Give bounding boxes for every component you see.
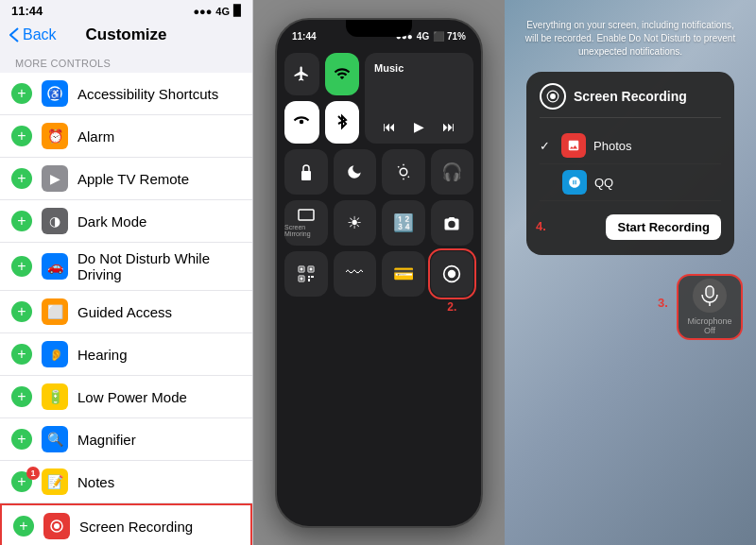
add-icon: + xyxy=(11,429,32,450)
phone-notch xyxy=(346,20,412,37)
list-item[interactable]: + 👂 Hearing xyxy=(0,333,252,376)
network-block xyxy=(284,53,359,144)
moon-tile[interactable] xyxy=(334,149,377,195)
qq-label: QQ xyxy=(594,176,613,190)
list-item[interactable]: + ⬜ Guided Access xyxy=(0,291,252,333)
airplane-tile[interactable] xyxy=(284,53,319,95)
middle-panel: 11:44 ●●● 4G ⬛ 71% xyxy=(253,0,505,545)
item-label: Hearing xyxy=(77,347,128,363)
prev-icon[interactable]: ⏮ xyxy=(383,119,396,134)
calculator-tile[interactable]: 🔢 xyxy=(382,200,425,246)
brightness-tile[interactable] xyxy=(382,149,425,195)
popup-photos-item[interactable]: ✓ Photos xyxy=(540,128,721,164)
wifi-tile[interactable] xyxy=(325,53,360,95)
add-icon: + xyxy=(11,211,32,231)
svg-point-4 xyxy=(54,523,60,529)
start-rec-wrapper: 4. Start Recording xyxy=(540,207,721,244)
next-icon[interactable]: ⏭ xyxy=(442,119,455,134)
voice-tile[interactable]: 〰 xyxy=(334,251,377,297)
svg-text:♿: ♿ xyxy=(49,88,61,100)
microphone-status: Off xyxy=(687,326,731,335)
item-label: Accessibility Shortcuts xyxy=(77,86,218,102)
item-icon: 🔋 xyxy=(42,383,68,410)
list-item[interactable]: 1 + 📝 Notes xyxy=(0,461,252,503)
badge-2: 2. xyxy=(447,300,456,314)
camera-tile[interactable] xyxy=(431,200,474,246)
lock-tile[interactable] xyxy=(284,149,328,195)
back-label: Back xyxy=(23,26,57,43)
status-icons: ●●● 4G ▉ xyxy=(193,5,241,17)
svg-rect-21 xyxy=(308,279,310,281)
page-title: Customize xyxy=(86,26,167,44)
svg-rect-20 xyxy=(311,276,314,278)
grid-row-3: Screen Mirroring ☀ 🔢 xyxy=(284,200,473,246)
list-item[interactable]: + ◑ Dark Mode xyxy=(0,200,252,243)
wallet-tile[interactable]: 💳 xyxy=(382,251,425,297)
bottom-row: 3. Microphone Off xyxy=(505,264,756,340)
screen-mirroring-tile[interactable]: Screen Mirroring xyxy=(284,200,328,246)
list-item[interactable]: + ▶ Apple TV Remote xyxy=(0,158,252,200)
microphone-label: Microphone xyxy=(687,316,731,326)
svg-line-11 xyxy=(408,176,409,177)
item-label: Notes xyxy=(77,474,114,490)
item-icon: ♿ xyxy=(42,80,68,107)
list-item[interactable]: + ♿ Accessibility Shortcuts xyxy=(0,73,252,115)
item-icon: ⬜ xyxy=(42,298,68,325)
list-item[interactable]: + ⏰ Alarm xyxy=(0,115,252,158)
volume-tile[interactable]: ☀ xyxy=(334,200,377,246)
phone-network: 4G xyxy=(417,31,429,42)
list-item[interactable]: + 🔍 Magnifier xyxy=(0,418,252,461)
screen-rec-popup: Screen Recording ✓ Photos QQ 4. Start Re… xyxy=(526,72,734,255)
svg-rect-12 xyxy=(299,210,314,220)
status-bar: 11:44 ●●● 4G ▉ xyxy=(0,0,252,22)
grid-row-4: 〰 💳 2. xyxy=(284,251,473,297)
music-label: Music xyxy=(374,62,464,74)
svg-point-22 xyxy=(444,265,460,281)
item-label: Guided Access xyxy=(77,304,172,320)
start-recording-button[interactable]: Start Recording xyxy=(606,214,721,240)
item-icon: 📝 xyxy=(42,468,68,495)
control-center-grid: Music ⏮ ▶ ⏭ 🎧 xyxy=(277,45,481,304)
list-item[interactable]: + 🚗 Do Not Disturb While Driving xyxy=(0,243,252,291)
popup-qq-item[interactable]: QQ xyxy=(540,164,721,201)
item-label: Do Not Disturb While Driving xyxy=(77,250,241,282)
nav-bar: Back Customize xyxy=(0,22,252,50)
badge-3: 3. xyxy=(658,296,668,310)
cellular-tile[interactable] xyxy=(284,101,319,144)
back-button[interactable]: Back xyxy=(9,26,57,43)
signal-icon: ●●● xyxy=(193,6,212,17)
item-label: Dark Mode xyxy=(77,213,146,230)
mic-icon xyxy=(693,279,727,313)
svg-text:👂: 👂 xyxy=(49,348,62,362)
svg-point-25 xyxy=(550,94,556,99)
item-label: Screen Recording xyxy=(79,519,193,535)
item-icon: 🚗 xyxy=(42,253,68,280)
time: 11:44 xyxy=(11,4,43,18)
microphone-button[interactable]: Microphone Off xyxy=(677,274,743,340)
item-label: Low Power Mode xyxy=(77,389,187,405)
play-icon[interactable]: ▶ xyxy=(414,119,424,134)
badge-1: 1 xyxy=(26,467,40,480)
screen-recording-item[interactable]: + Screen Recording xyxy=(0,503,252,545)
item-label: Alarm xyxy=(77,128,114,145)
svg-line-10 xyxy=(398,166,399,167)
svg-rect-16 xyxy=(309,267,312,270)
qr-tile[interactable] xyxy=(284,251,328,297)
item-icon: ▶ xyxy=(42,165,68,192)
list-item[interactable]: + 🔋 Low Power Mode xyxy=(0,376,252,418)
bluetooth-tile[interactable] xyxy=(325,101,360,144)
headphone-tile[interactable]: 🎧 xyxy=(431,149,474,195)
photos-label: Photos xyxy=(593,139,631,153)
svg-point-5 xyxy=(300,120,304,125)
add-icon: + xyxy=(11,83,32,104)
mic-wrapper: 3. Microphone Off xyxy=(677,264,743,340)
svg-rect-14 xyxy=(300,267,302,270)
add-icon: + xyxy=(11,126,32,146)
add-icon: + xyxy=(11,344,32,365)
item-icon: ⏰ xyxy=(42,123,68,149)
music-tile[interactable]: Music ⏮ ▶ ⏭ xyxy=(365,53,473,144)
svg-rect-19 xyxy=(308,276,310,278)
list-container: + ♿ Accessibility Shortcuts + ⏰ Alarm + … xyxy=(0,73,252,545)
section-label: MORE CONTROLS xyxy=(0,50,252,73)
screen-record-tile[interactable]: 2. xyxy=(431,251,474,297)
